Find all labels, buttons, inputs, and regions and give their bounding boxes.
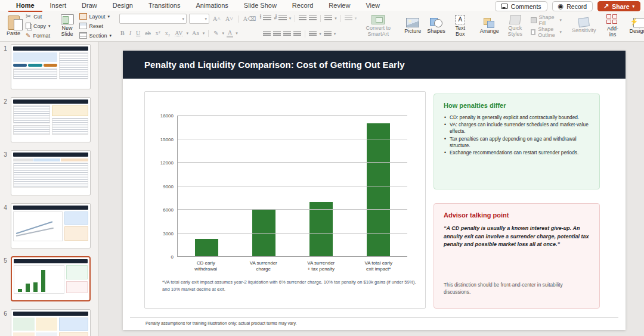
slide-4-preview[interactable]: [11, 203, 91, 248]
share-button[interactable]: ↗ Share ▾: [597, 1, 640, 11]
thumbnail-slide-4[interactable]: 4: [0, 203, 98, 248]
new-slide-label: New Slide: [61, 26, 74, 38]
new-slide-icon: [61, 14, 74, 24]
cut-button[interactable]: ✂Cut: [24, 12, 52, 21]
columns-icon[interactable]: [345, 15, 352, 21]
numbering-icon[interactable]: [278, 15, 287, 21]
tab-record[interactable]: Record: [284, 0, 321, 12]
paintbrush-icon: ✎: [26, 33, 30, 39]
slide-6-preview[interactable]: [11, 309, 91, 336]
text-box-button[interactable]: A Text Box: [449, 14, 472, 38]
tab-transitions[interactable]: Transitions: [141, 0, 188, 12]
chart-bar-4[interactable]: [367, 123, 390, 257]
comments-button[interactable]: Comments: [495, 1, 547, 11]
slide-editing-area[interactable]: Penalty and Liquidity Comparison: Cost o…: [123, 51, 626, 330]
tab-review[interactable]: Review: [321, 0, 358, 12]
justify-icon[interactable]: [293, 31, 301, 37]
align-center-icon[interactable]: [273, 31, 281, 37]
slide-number: 4: [0, 203, 11, 248]
designer-button[interactable]: Designer: [627, 17, 644, 35]
bullets-icon[interactable]: [263, 15, 271, 21]
text-direction-icon[interactable]: [324, 31, 332, 37]
layout-button[interactable]: Layout▾: [78, 12, 114, 21]
shape-outline-icon: [531, 29, 535, 35]
character-spacing-button[interactable]: AV: [174, 30, 184, 36]
format-painter-button[interactable]: ✎Format: [24, 31, 52, 40]
italic-button[interactable]: I: [128, 30, 132, 36]
slide-5-preview[interactable]: [11, 256, 91, 301]
vertical-align-icon[interactable]: [309, 31, 317, 37]
slide-title-banner[interactable]: Penalty and Liquidity Comparison: Cost o…: [123, 51, 626, 79]
superscript-button[interactable]: x²: [154, 30, 162, 36]
tab-design[interactable]: Design: [105, 0, 141, 12]
clear-formatting-button[interactable]: A⌫: [242, 15, 257, 22]
slide-3-preview[interactable]: [11, 150, 91, 195]
shape-outline-button[interactable]: Shape Outline▾: [529, 27, 564, 36]
sensitivity-button[interactable]: Sensitivity: [569, 17, 599, 35]
shapes-button[interactable]: Shapes: [425, 17, 448, 35]
picture-button[interactable]: Picture: [402, 17, 423, 35]
advisor-talking-point-box[interactable]: Advisor talking point “A CD penalty is u…: [434, 203, 600, 309]
quick-styles-button[interactable]: Quick Styles: [503, 14, 528, 38]
bold-button[interactable]: B: [119, 30, 126, 36]
thumbnail-slide-3[interactable]: 3: [0, 150, 98, 195]
strikethrough-button[interactable]: ab: [144, 30, 151, 36]
slide-footer-disclaimer[interactable]: Penalty assumptions for training illustr…: [145, 321, 297, 326]
slide-2-preview[interactable]: [11, 97, 91, 142]
section-button[interactable]: Section▾: [78, 31, 114, 40]
new-slide-button[interactable]: New Slide: [58, 14, 76, 38]
font-name-select[interactable]: ▾: [119, 14, 187, 24]
increase-indent-icon[interactable]: [309, 15, 317, 21]
thumbnail-slide-1[interactable]: 1: [0, 44, 98, 89]
decrease-font-button[interactable]: A˅: [224, 15, 234, 22]
how-penalties-differ-box[interactable]: How penalties differ CD: penalty is gene…: [434, 94, 600, 189]
arrange-button[interactable]: Arrange: [478, 17, 501, 35]
gridline: [178, 115, 407, 116]
chart-bar-3[interactable]: [309, 202, 333, 257]
font-size-select[interactable]: ▾: [189, 14, 209, 24]
slide-number: 6: [0, 309, 11, 336]
change-case-button[interactable]: Aa: [191, 30, 200, 36]
chart-bar-1[interactable]: [195, 239, 218, 257]
reset-button[interactable]: Reset: [78, 21, 114, 30]
comments-label: Comments: [511, 3, 541, 10]
thumbnail-slide-6[interactable]: 6: [0, 309, 98, 336]
tab-insert[interactable]: Insert: [42, 0, 75, 12]
thumbnail-slide-5-selected[interactable]: 5: [0, 256, 98, 301]
chart-footnote[interactable]: *VA total early exit impact assumes year…: [162, 279, 417, 293]
convert-to-smartart-button[interactable]: Convert to SmartArt: [360, 14, 396, 38]
comment-icon: [501, 4, 508, 9]
decrease-indent-icon[interactable]: [299, 15, 306, 21]
ribbon-tab-bar: HomeInsertDrawDesignTransitionsAnimation…: [0, 0, 644, 11]
tab-view[interactable]: View: [358, 0, 388, 12]
slide-1-preview[interactable]: [11, 44, 91, 89]
subscript-button[interactable]: x₂: [164, 30, 172, 36]
add-ins-button[interactable]: Add-ins: [604, 14, 621, 39]
align-left-icon[interactable]: [263, 31, 271, 37]
chevron-down-icon: ▾: [559, 18, 562, 23]
thumbnail-slide-2[interactable]: 2: [0, 97, 98, 142]
shape-fill-button[interactable]: Shape Fill▾: [529, 15, 564, 24]
tab-animations[interactable]: Animations: [188, 0, 236, 12]
font-color-button[interactable]: A: [227, 29, 233, 38]
record-button[interactable]: ◉ Record: [552, 1, 593, 11]
align-right-icon[interactable]: [283, 31, 291, 37]
tab-slide-show[interactable]: Slide Show: [236, 0, 284, 12]
text-highlight-button[interactable]: ✎: [212, 30, 219, 36]
tab-draw[interactable]: Draw: [74, 0, 105, 12]
increase-font-button[interactable]: A˄: [212, 15, 222, 22]
chevron-down-icon: ▾: [203, 31, 205, 36]
chevron-down-icon: ▾: [110, 33, 112, 38]
paste-label: Paste: [7, 31, 20, 37]
line-spacing-icon[interactable]: [324, 15, 332, 21]
chevron-down-icon: ▾: [289, 16, 292, 21]
paste-button[interactable]: Paste: [4, 15, 23, 38]
advisor-talking-point-title: Advisor talking point: [444, 211, 590, 219]
copy-button[interactable]: Copy▾: [24, 21, 52, 30]
slide-thumbnail-panel: 1 2: [0, 42, 99, 336]
underline-button[interactable]: U: [135, 30, 141, 36]
chart-panel[interactable]: 0300060009000120001500018000 CD early wi…: [144, 91, 426, 309]
y-axis-tick-label: 9000: [163, 183, 174, 189]
tab-home[interactable]: Home: [8, 0, 42, 12]
clipboard-icon: [8, 15, 20, 30]
